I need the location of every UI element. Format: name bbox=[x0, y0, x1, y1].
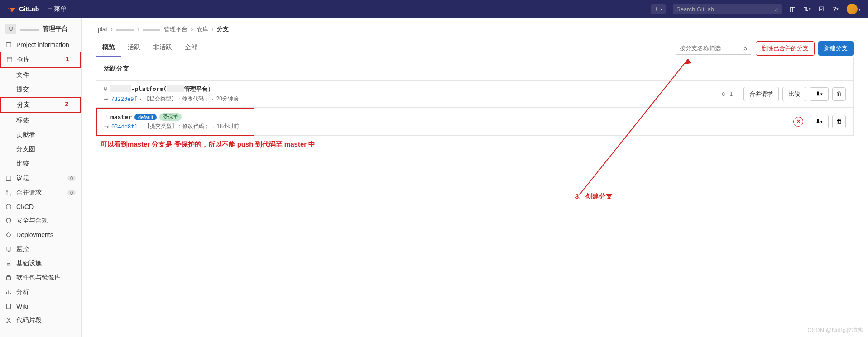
svg-rect-3 bbox=[6, 176, 11, 181]
default-badge: default bbox=[134, 114, 157, 120]
sidebar-subitem-commits[interactable]: 提交 bbox=[0, 82, 81, 97]
merge-request-button[interactable]: 合并请求 bbox=[743, 87, 779, 101]
chevron-down-icon: ▾ bbox=[858, 7, 861, 12]
download-icon: ⬇ bbox=[815, 118, 820, 125]
tab-active[interactable]: 活跃 bbox=[121, 39, 147, 57]
search-button[interactable]: ⌕ bbox=[739, 42, 752, 54]
sidebar-item-cicd[interactable]: CI/CD bbox=[0, 200, 81, 214]
commit-icon: ⊸ bbox=[104, 123, 109, 130]
annotation-step-3: 3、创建分支 bbox=[575, 192, 613, 201]
section-title: 活跃分支 bbox=[96, 57, 854, 81]
delete-branch-button[interactable]: 🗑 bbox=[832, 87, 846, 101]
tab-all[interactable]: 全部 bbox=[178, 39, 204, 57]
chevron-down-icon: ▾ bbox=[661, 7, 663, 12]
commit-sha[interactable]: 78220e9f bbox=[111, 96, 137, 102]
protected-badge: 受保护 bbox=[159, 113, 182, 121]
annotation-master-note: 可以看到master 分支是 受保护的，所以不能 push 到代码至 maste… bbox=[96, 140, 854, 149]
sidebar-subitem-compare[interactable]: 比较 bbox=[0, 157, 81, 171]
avatar bbox=[847, 4, 858, 14]
tab-stale[interactable]: 非活跃 bbox=[147, 39, 178, 57]
commit-sha[interactable]: 034dd8f1 bbox=[111, 123, 138, 130]
help-icon[interactable]: ? ▾ bbox=[832, 5, 839, 13]
user-menu[interactable]: ▾ bbox=[847, 4, 861, 14]
branch-icon: ⑂ bbox=[104, 114, 108, 120]
sidebar-item-wiki[interactable]: Wiki bbox=[0, 299, 81, 313]
sidebar-item-security[interactable]: 安全与合规 bbox=[0, 214, 81, 228]
menu-toggle[interactable]: ≡ 菜单 bbox=[48, 5, 66, 13]
issues-icon[interactable]: ◫ bbox=[789, 5, 796, 13]
branch-row: ⑂ master default 受保护 ⊸ 034dd8f1 · 【提交类型】… bbox=[96, 108, 254, 136]
new-branch-button[interactable]: 新建分支 bbox=[818, 41, 854, 56]
breadcrumb: plat › ▬▬▬ › ▬▬▬管理平台 › 仓库 › 分支 bbox=[96, 25, 854, 33]
download-button[interactable]: ⬇ ▾ bbox=[810, 87, 829, 101]
sidebar-subitem-branches[interactable]: 分支 bbox=[0, 97, 81, 113]
sidebar-item-merge-requests[interactable]: 合并请求 0 bbox=[0, 185, 81, 200]
delete-branch-button[interactable]: 🗑 bbox=[832, 115, 846, 128]
svg-rect-6 bbox=[7, 276, 11, 280]
svg-rect-1 bbox=[7, 57, 12, 62]
branch-filter-input[interactable] bbox=[675, 42, 739, 54]
svg-rect-0 bbox=[6, 43, 11, 47]
sidebar-subitem-contributors[interactable]: 贡献者 bbox=[0, 128, 81, 142]
download-button[interactable]: ⬇ ▾ bbox=[810, 115, 829, 128]
commit-icon: ⊸ bbox=[104, 96, 108, 102]
trash-icon: 🗑 bbox=[836, 118, 842, 125]
branch-name[interactable]: master bbox=[110, 114, 132, 120]
compare-button[interactable]: 比较 bbox=[782, 87, 806, 101]
project-header[interactable]: U ▬▬▬管理平台 bbox=[0, 20, 81, 38]
project-avatar: U bbox=[5, 24, 16, 34]
tab-overview[interactable]: 概览 bbox=[96, 39, 121, 57]
sidebar-item-monitor[interactable]: 监控 bbox=[0, 242, 81, 256]
svg-rect-4 bbox=[6, 247, 11, 250]
search-icon: ⌕ bbox=[774, 5, 778, 13]
sidebar-item-project-info[interactable]: Project information bbox=[0, 38, 81, 52]
search-box[interactable]: ⌕ bbox=[673, 4, 782, 14]
close-icon[interactable]: ✕ bbox=[793, 117, 803, 127]
sidebar-item-infrastructure[interactable]: 基础设施 bbox=[0, 256, 81, 271]
sidebar-subitem-graph[interactable]: 分支图 bbox=[0, 142, 81, 157]
branch-name[interactable]: xxxxxx-platform(xxxxx管理平台） bbox=[110, 85, 214, 93]
sidebar-subitem-files[interactable]: 文件 bbox=[0, 68, 81, 82]
search-input[interactable] bbox=[676, 6, 774, 13]
sidebar-item-deployments[interactable]: Deployments bbox=[0, 228, 81, 242]
sidebar-subitem-tags[interactable]: 标签 bbox=[0, 113, 81, 128]
merge-requests-icon[interactable]: ⇅ ▾ bbox=[803, 5, 810, 13]
trash-icon: 🗑 bbox=[836, 90, 842, 97]
svg-rect-10 bbox=[7, 304, 11, 309]
branch-row: ⑂ xxxxxx-platform(xxxxx管理平台） ⊸ 78220e9f … bbox=[96, 81, 854, 108]
todos-icon[interactable]: ☑ bbox=[818, 5, 825, 13]
divergence-graph: 0 1 bbox=[722, 91, 734, 97]
branch-icon: ⑂ bbox=[104, 86, 107, 93]
plus-icon: ＋ bbox=[653, 5, 660, 13]
delete-merged-button[interactable]: 删除已合并的分支 bbox=[756, 41, 815, 56]
brand-text: GitLab bbox=[19, 5, 39, 13]
download-icon: ⬇ bbox=[815, 90, 820, 97]
gitlab-logo[interactable]: GitLab bbox=[7, 5, 39, 14]
sidebar-item-repository[interactable]: 仓库 bbox=[0, 52, 81, 68]
hamburger-icon: ≡ bbox=[48, 5, 52, 13]
sidebar-item-packages[interactable]: 软件包与镜像库 bbox=[0, 271, 81, 285]
create-new-button[interactable]: ＋ ▾ bbox=[651, 4, 666, 14]
search-icon: ⌕ bbox=[743, 45, 747, 52]
sidebar-item-analytics[interactable]: 分析 bbox=[0, 285, 81, 299]
sidebar-item-issues[interactable]: 议题 0 bbox=[0, 171, 81, 185]
sidebar-item-snippets[interactable]: 代码片段 bbox=[0, 313, 81, 328]
